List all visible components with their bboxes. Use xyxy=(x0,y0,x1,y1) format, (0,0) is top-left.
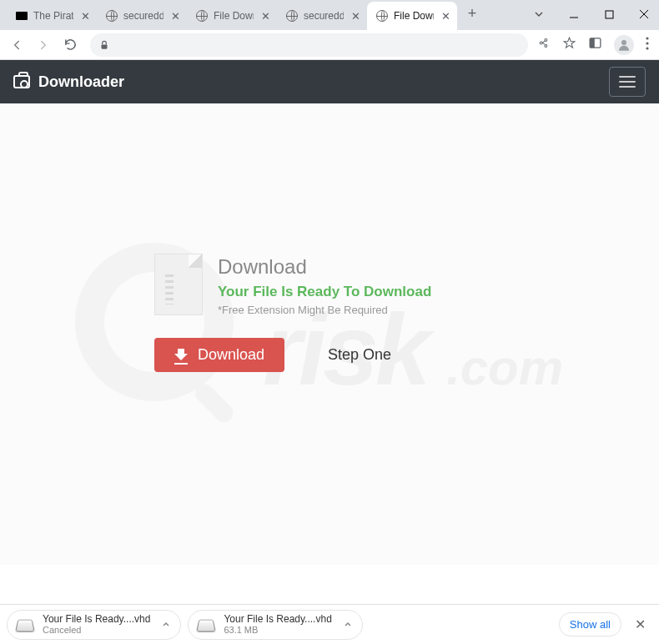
bookmark-star-icon[interactable] xyxy=(562,36,576,53)
svg-point-4 xyxy=(621,40,626,45)
menu-dots-icon[interactable] xyxy=(646,37,649,53)
toolbar-right xyxy=(536,35,654,55)
note-text: *Free Extension Might Be Required xyxy=(218,304,431,316)
maximize-icon[interactable] xyxy=(599,8,619,23)
window-titlebar: The Pirate ✕ secureddo... ✕ File Downlo … xyxy=(0,0,659,30)
svg-point-6 xyxy=(646,42,648,44)
browser-tab[interactable]: The Pirate ✕ xyxy=(7,2,97,30)
svg-rect-9 xyxy=(191,380,236,425)
download-status: 63.1 MB xyxy=(224,625,331,635)
share-icon[interactable] xyxy=(536,36,551,53)
download-icon xyxy=(174,349,188,362)
tab-title: secureddo... xyxy=(123,10,163,22)
download-button[interactable]: Download xyxy=(154,338,284,372)
download-card: Download Your File Is Ready To Download … xyxy=(154,254,505,372)
svg-rect-0 xyxy=(606,11,613,18)
tab-title: File Downlo xyxy=(394,10,434,22)
download-item[interactable]: Your File Is Ready....vhd 63.1 MB xyxy=(188,610,362,640)
chevron-up-icon[interactable] xyxy=(340,620,355,630)
browser-tab[interactable]: secureddo... ✕ xyxy=(277,2,367,30)
brand-text: Downloader xyxy=(38,73,124,91)
close-tab-icon[interactable]: ✕ xyxy=(349,9,362,23)
close-tab-icon[interactable]: ✕ xyxy=(259,9,272,23)
download-status: Canceled xyxy=(43,625,150,635)
tab-title: The Pirate xyxy=(33,10,73,22)
ready-text: Your File Is Ready To Download xyxy=(218,284,431,300)
new-tab-button[interactable]: + xyxy=(460,2,484,25)
tab-strip: The Pirate ✕ secureddo... ✕ File Downlo … xyxy=(0,2,529,30)
side-panel-icon[interactable] xyxy=(588,36,602,53)
svg-rect-3 xyxy=(590,38,595,48)
globe-icon xyxy=(375,9,389,23)
tab-title: File Downlo xyxy=(214,10,254,22)
back-button[interactable] xyxy=(5,33,28,57)
download-item[interactable]: Your File Is Ready....vhd Canceled xyxy=(7,610,181,640)
browser-tab[interactable]: File Downlo ✕ xyxy=(187,2,277,30)
brand[interactable]: Downloader xyxy=(13,73,124,91)
download-filename: Your File Is Ready....vhd xyxy=(43,614,150,625)
hamburger-menu-button[interactable] xyxy=(609,67,646,97)
globe-icon xyxy=(285,9,299,23)
browser-tab-active[interactable]: File Downlo ✕ xyxy=(367,2,457,30)
chevron-up-icon[interactable] xyxy=(158,620,174,630)
svg-point-7 xyxy=(646,47,648,49)
close-tab-icon[interactable]: ✕ xyxy=(439,9,452,23)
pirate-icon xyxy=(15,9,28,23)
step-button-label: Step One xyxy=(328,346,391,363)
site-header: Downloader xyxy=(0,60,659,103)
minimize-icon[interactable] xyxy=(564,8,584,23)
close-downloads-bar-icon[interactable]: ✕ xyxy=(628,616,652,632)
forward-button[interactable] xyxy=(32,33,55,57)
browser-toolbar xyxy=(0,30,659,60)
account-icon[interactable] xyxy=(614,35,634,55)
download-heading: Download xyxy=(218,255,431,279)
svg-rect-1 xyxy=(102,44,108,48)
tab-title: secureddo... xyxy=(304,10,344,22)
vhd-file-icon xyxy=(16,616,34,634)
show-all-downloads-button[interactable]: Show all xyxy=(559,612,621,636)
globe-icon xyxy=(105,9,118,23)
download-button-label: Download xyxy=(198,346,264,364)
svg-point-5 xyxy=(646,37,648,39)
chevron-down-icon[interactable] xyxy=(529,8,549,23)
address-bar[interactable] xyxy=(90,33,528,57)
browser-tab[interactable]: secureddo... ✕ xyxy=(97,2,187,30)
downloads-bar: Your File Is Ready....vhd Canceled Your … xyxy=(0,604,659,644)
close-window-icon[interactable] xyxy=(634,8,654,23)
lock-icon xyxy=(98,39,110,51)
download-filename: Your File Is Ready....vhd xyxy=(224,614,331,625)
step-one-button[interactable]: Step One xyxy=(308,338,411,372)
reload-button[interactable] xyxy=(58,33,82,57)
page-content: risk .com Download Your File Is Ready To… xyxy=(0,103,659,565)
zip-file-icon xyxy=(154,254,203,315)
close-tab-icon[interactable]: ✕ xyxy=(78,9,92,23)
camera-icon xyxy=(13,75,30,88)
vhd-file-icon xyxy=(197,616,215,634)
globe-icon xyxy=(195,9,209,23)
close-tab-icon[interactable]: ✕ xyxy=(169,9,182,23)
window-controls xyxy=(529,0,659,30)
